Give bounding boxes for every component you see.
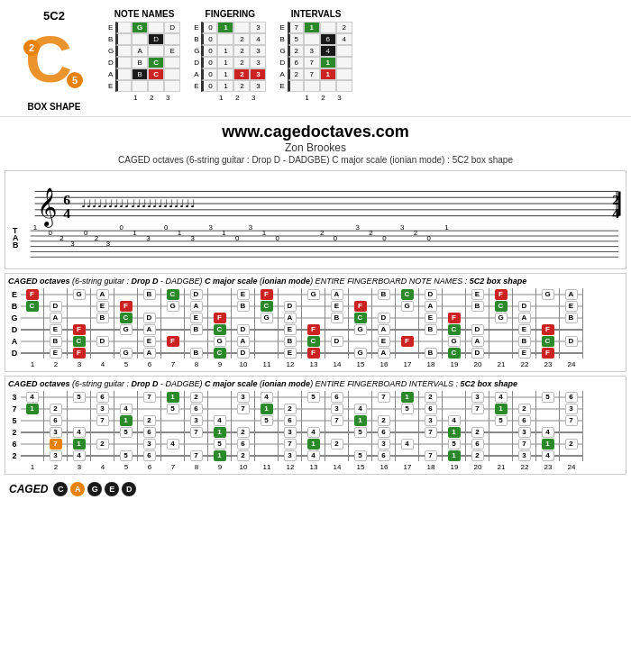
fret-cell: F <box>21 288 44 300</box>
fret-cell <box>68 300 91 312</box>
svg-text:3: 3 <box>146 234 151 242</box>
fret-cell: 4 <box>114 403 138 414</box>
fret-number: 14 <box>325 463 349 471</box>
fret-cell: 5 <box>443 438 466 450</box>
svg-text:3: 3 <box>249 223 253 232</box>
fret-cell <box>443 300 466 312</box>
fret-cell <box>396 450 419 461</box>
fret-number: 2 <box>44 463 68 471</box>
fret-cell <box>138 403 161 414</box>
fret-cell: 1 <box>302 438 325 450</box>
fret-cell <box>443 403 466 414</box>
fret-cell: 7 <box>138 391 161 403</box>
string-label: 2 <box>8 428 21 437</box>
fret-number: 21 <box>489 463 513 471</box>
fret-number: 8 <box>185 360 208 368</box>
fret-number: 7 <box>161 463 185 471</box>
fret-cell: G <box>302 288 325 300</box>
fret-cell <box>255 450 279 461</box>
fret-cell <box>372 403 396 414</box>
fret-cell: 6 <box>138 450 161 461</box>
fret-cell: 1 <box>21 403 44 414</box>
fret-cell <box>255 323 279 335</box>
string-label: 2 <box>8 451 21 460</box>
fret-number: 6 <box>138 463 161 471</box>
fret-cell: 6 <box>419 403 443 414</box>
fret-cell: A <box>325 288 349 300</box>
svg-text:♩♩♩♩♩♩♩♩♩♩♩♩♩♩♩♩♩♩♩♩♩: ♩♩♩♩♩♩♩♩♩♩♩♩♩♩♩♩♩♩♩♩♩ <box>81 198 196 210</box>
fret-cell: 2 <box>466 426 489 438</box>
fret-numbers-row: 123456789101112131415161718192021222324 <box>21 360 623 368</box>
fret-number: 12 <box>279 360 302 368</box>
fret-cell: 7 <box>185 450 208 461</box>
fret-cell <box>443 288 466 300</box>
fingering-diagram: FINGERING E B G D A E 0 1 3 <box>194 9 266 102</box>
fret-cell: B <box>325 312 349 323</box>
fingering-title: FINGERING <box>206 9 256 19</box>
fret-cell: 6 <box>325 391 349 403</box>
fret-cell: C <box>255 300 279 312</box>
fret-cell <box>161 347 185 359</box>
fret-cell: 2 <box>560 438 583 450</box>
svg-text:2: 2 <box>320 229 324 237</box>
string-label: B <box>8 302 21 311</box>
fretboard1-container: EFGABCDEFGABCDEFGABCDEFGABCDEFGABCDEGABC… <box>8 288 623 368</box>
fret-number: 22 <box>513 463 536 471</box>
fret-cell: B <box>513 335 536 347</box>
fingerboard1-title: CAGED octaves (6-string guitar : Drop D … <box>8 277 623 286</box>
fret-numbers-row: 123456789101112131415161718192021222324 <box>21 463 623 471</box>
fret-number: 24 <box>560 463 583 471</box>
fretboard-row: DEFGABCDEFGABCDEF <box>8 323 623 335</box>
fret-cell: B <box>185 347 208 359</box>
svg-text:1: 1 <box>33 223 37 232</box>
fret-cell: 3 <box>419 414 443 426</box>
fret-number: 1 <box>21 463 44 471</box>
fret-cell: G <box>349 347 372 359</box>
fret-cell <box>536 300 560 312</box>
fret-cell: 5 <box>302 391 325 403</box>
fret-cell: D <box>138 312 161 323</box>
fret-cell: D <box>513 300 536 312</box>
svg-text:1: 1 <box>178 229 181 237</box>
box-shape-label: BOX SHAPE <box>28 102 81 112</box>
fret-number: 20 <box>466 463 489 471</box>
fret-cell: 4 <box>536 426 560 438</box>
fret-number: 8 <box>185 463 208 471</box>
fret-cell: 4 <box>21 391 44 403</box>
fret-cell: C <box>21 300 44 312</box>
fret-cell: 7 <box>325 414 349 426</box>
fret-cell: 2 <box>325 438 349 450</box>
fret-cell <box>513 288 536 300</box>
fret-cell: 1 <box>208 426 232 438</box>
fret-cell: F <box>302 347 325 359</box>
musical-notation: 𝄞 6 4 ♩♩♩♩♩♩♩♩♩♩♩♩♩♩♩♩♩♩♩♩♩ T A B 1 0 2 … <box>8 174 623 266</box>
fret-cell: D <box>466 347 489 359</box>
fret-number: 14 <box>325 360 349 368</box>
fret-cell: E <box>44 347 68 359</box>
fret-cell <box>91 426 114 438</box>
fret-cell: A <box>185 300 208 312</box>
fret-cell <box>114 288 138 300</box>
fret-cell: 3 <box>560 403 583 414</box>
fretboard-row: 23456712345671234 <box>8 426 623 438</box>
fret-number: 22 <box>513 360 536 368</box>
fret-cell <box>21 414 44 426</box>
fret-cell: C <box>349 312 372 323</box>
website-section: www.cagedoctaves.com Zon Brookes CAGED o… <box>0 116 631 168</box>
fret-cell: C <box>114 312 138 323</box>
fret-cell: D <box>232 323 255 335</box>
string-label: E <box>8 290 21 299</box>
fret-number: 18 <box>419 463 443 471</box>
fret-cell: 5 <box>114 426 138 438</box>
fret-cell: B <box>232 300 255 312</box>
fret-cell: 7 <box>466 403 489 414</box>
fret-cell <box>349 288 372 300</box>
fret-cell: 6 <box>91 391 114 403</box>
fret-cell <box>91 323 114 335</box>
fret-cell: 3 <box>185 414 208 426</box>
svg-text:3: 3 <box>355 223 360 232</box>
fret-number: 11 <box>255 463 279 471</box>
fret-cell: 5 <box>68 391 91 403</box>
fret-cell: D <box>466 323 489 335</box>
svg-text:0: 0 <box>120 223 124 232</box>
